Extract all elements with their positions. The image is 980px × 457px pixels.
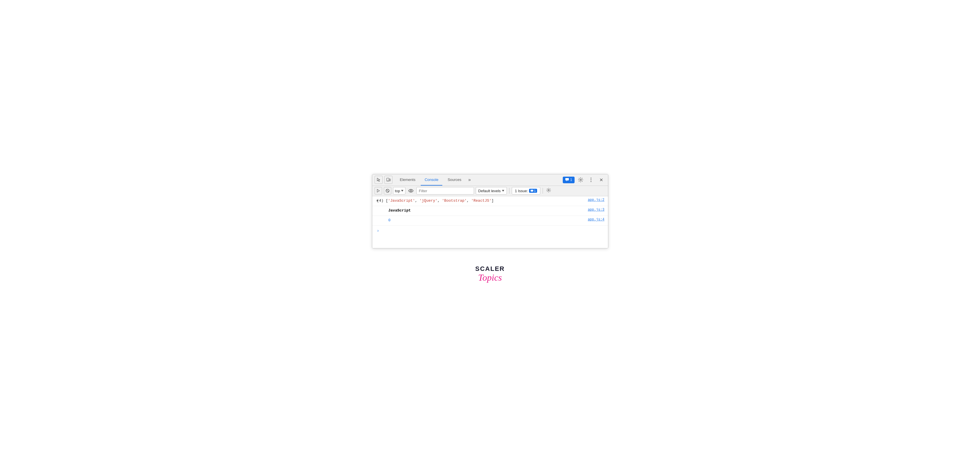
separator — [509, 188, 509, 194]
eye-icon — [408, 189, 414, 193]
context-value: top — [395, 189, 400, 193]
settings-button[interactable] — [576, 175, 585, 184]
console-prompt[interactable]: › — [372, 226, 608, 236]
source-link-1[interactable]: app.js:2 — [582, 198, 605, 202]
console-row-content: 0 — [383, 218, 582, 223]
svg-point-5 — [590, 180, 591, 180]
issues-button[interactable]: 1 Issue: 1 — [512, 187, 541, 194]
svg-marker-7 — [377, 189, 380, 192]
console-output: ▶ (4) ['JavaScript', 'jQuery', 'Bootstra… — [372, 196, 608, 248]
console-settings-button[interactable] — [545, 187, 552, 194]
console-row-content: (4) ['JavaScript', 'jQuery', 'Bootstrap'… — [377, 198, 582, 204]
svg-line-9 — [387, 189, 389, 192]
device-icon — [386, 177, 391, 182]
logo-section: SCALER Topics — [475, 266, 504, 283]
device-toolbar-button[interactable] — [384, 176, 393, 184]
scaler-logo-text: SCALER — [475, 266, 504, 272]
clear-console-button[interactable] — [375, 187, 382, 194]
more-tabs-button[interactable]: » — [466, 176, 473, 183]
context-selector[interactable]: top — [393, 187, 406, 194]
issues-count: 1 — [534, 189, 536, 193]
filter-input[interactable] — [416, 187, 474, 194]
console-toolbar: top Default levels 1 Issue: — [372, 186, 608, 196]
topics-logo-text: Topics — [478, 272, 502, 283]
console-row: JavaScript app.js:3 — [372, 206, 608, 216]
array-item-1: 'JavaScript' — [388, 199, 415, 203]
cursor-icon — [376, 177, 381, 182]
message-small-icon — [530, 189, 533, 192]
number-value: 0 — [388, 218, 391, 223]
array-item-3: 'Bootstrap' — [442, 199, 467, 203]
source-link-3[interactable]: app.js:4 — [582, 218, 605, 221]
console-row: ▶ (4) ['JavaScript', 'jQuery', 'Bootstra… — [372, 196, 608, 206]
separator2 — [542, 188, 543, 194]
tab-actions: 1 ✕ — [563, 175, 606, 184]
block-icon — [385, 189, 390, 193]
source-link-2[interactable]: app.js:3 — [582, 208, 605, 212]
tab-sources[interactable]: Sources — [444, 174, 465, 186]
svg-point-11 — [548, 189, 549, 191]
message-icon — [565, 178, 569, 182]
close-button[interactable]: ✕ — [597, 175, 606, 184]
issues-badge: 1 — [529, 189, 537, 193]
levels-dropdown-icon — [502, 190, 504, 192]
settings-icon — [546, 188, 551, 193]
issues-badge-button[interactable]: 1 — [563, 177, 574, 183]
devtools-window: Elements Console Sources » 1 — [372, 174, 608, 248]
svg-point-6 — [590, 181, 591, 182]
dropdown-arrow-icon — [401, 190, 403, 192]
svg-rect-1 — [389, 179, 390, 181]
tab-bar: Elements Console Sources » 1 — [372, 174, 608, 186]
console-row: 0 app.js:4 — [372, 216, 608, 226]
gear-icon — [578, 177, 583, 182]
string-value: JavaScript — [388, 208, 411, 213]
eye-button[interactable] — [407, 187, 415, 194]
inspect-element-button[interactable] — [375, 176, 383, 184]
more-options-button[interactable] — [587, 175, 595, 184]
vertical-dots-icon — [590, 177, 592, 182]
expand-arrow[interactable]: ▶ — [377, 199, 379, 202]
svg-point-10 — [410, 190, 412, 192]
block-button[interactable] — [384, 187, 391, 194]
svg-point-3 — [580, 179, 581, 181]
play-icon — [376, 189, 380, 193]
issues-label: 1 Issue: — [515, 189, 528, 193]
array-item-2: 'jQuery' — [420, 199, 438, 203]
svg-point-4 — [590, 178, 591, 178]
tab-elements[interactable]: Elements — [396, 174, 420, 186]
close-icon: ✕ — [599, 177, 603, 183]
array-item-4: 'ReactJS' — [471, 199, 491, 203]
prompt-arrow: › — [377, 228, 379, 233]
tab-console[interactable]: Console — [421, 174, 442, 186]
tab-icon-group — [375, 176, 393, 184]
log-levels-button[interactable]: Default levels — [476, 187, 507, 194]
levels-label: Default levels — [478, 189, 501, 193]
console-row-content: JavaScript — [383, 208, 582, 213]
badge-count: 1 — [570, 178, 572, 182]
